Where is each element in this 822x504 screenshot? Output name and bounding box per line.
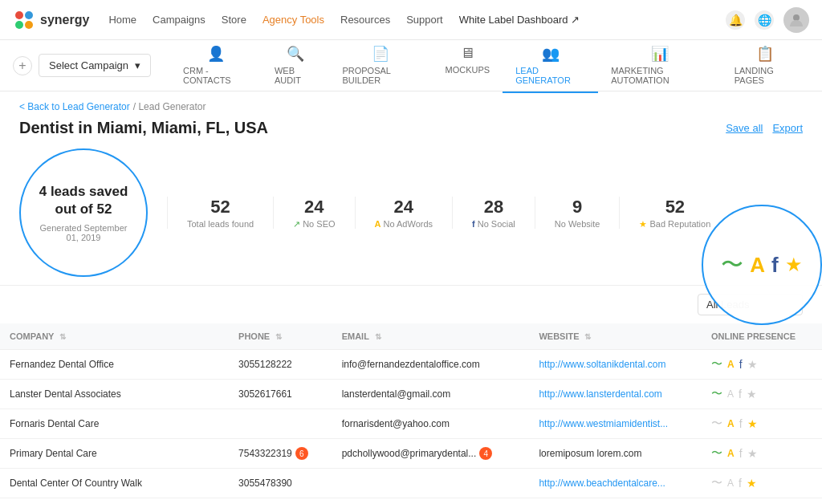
- cell-website[interactable]: loremiposum lorem.com: [529, 439, 702, 469]
- col-email: EMAIL ⇅: [332, 323, 530, 350]
- globe-icon[interactable]: 🌐: [755, 10, 774, 30]
- table-row: Fornaris Dental Carefornarisdent@yahoo.c…: [0, 409, 822, 439]
- star-presence-icon: ★: [747, 447, 758, 460]
- cell-phone: 3055478390: [229, 469, 332, 498]
- proposal-icon: 📄: [372, 45, 389, 63]
- lead-gen-icon: 👥: [542, 45, 560, 63]
- avatar[interactable]: [783, 7, 809, 33]
- cell-phone: 3056255400: [229, 498, 332, 505]
- cell-company: Lanster Dental Associates: [0, 380, 229, 409]
- facebook-presence-icon: f: [739, 477, 742, 490]
- export-button[interactable]: Export: [772, 122, 803, 134]
- tool-crm-contacts[interactable]: 👤 CRM - CONTACTS: [170, 39, 262, 93]
- leads-saved-title: 4 leads saved out of 52: [34, 183, 133, 218]
- email-badge: 4: [479, 447, 492, 460]
- cell-email: [332, 498, 530, 505]
- trend-icon-large: 〜: [721, 250, 743, 280]
- leads-table: COMPANY ⇅ PHONE ⇅ EMAIL ⇅ WEBSITE ⇅ ONLI…: [0, 323, 822, 504]
- top-nav: synergy Home Campaigns Store Agency Tool…: [0, 0, 822, 40]
- website-link[interactable]: http://www.soltanikdental.com: [539, 359, 665, 370]
- tool-marketing-automation[interactable]: 📊 MARKETING AUTOMATION: [598, 39, 722, 93]
- cell-email: pdchollywood@primarydental...4: [332, 439, 530, 469]
- cell-online-presence: 〜 A f ★: [702, 439, 822, 469]
- cell-website[interactable]: http://www.soltanikdental.com: [529, 350, 702, 380]
- save-all-button[interactable]: Save all: [726, 122, 763, 134]
- star-icon-large: ★: [785, 254, 803, 276]
- cell-email: fornarisdent@yahoo.com: [332, 409, 530, 439]
- facebook-presence-icon: f: [739, 358, 743, 371]
- facebook-presence-icon: f: [739, 388, 742, 400]
- search-title: Dentist in Miami, Miami, FL, USA: [19, 119, 268, 137]
- adwords-presence-icon: A: [727, 448, 735, 459]
- back-to-lead-generator-link[interactable]: < Back to Lead Generator: [19, 101, 130, 112]
- cell-online-presence: 〜 A f ★: [702, 498, 822, 505]
- star-presence-icon: ★: [747, 477, 757, 490]
- cell-company: American Dental Center: [0, 498, 229, 505]
- cell-website[interactable]: [529, 498, 702, 505]
- tool-proposal-builder[interactable]: 📄 PROPOSAL BUILDER: [329, 39, 432, 93]
- website-link[interactable]: http://www.beachdentalcare...: [539, 478, 665, 489]
- cell-website[interactable]: http://www.beachdentalcare...: [529, 469, 702, 498]
- breadcrumb: < Back to Lead Generator / Lead Generato…: [19, 101, 803, 112]
- landing-pages-icon: 📋: [756, 45, 774, 63]
- logo-text: synergy: [40, 13, 89, 27]
- nav-links: Home Campaigns Store Agency Tools Resour…: [108, 14, 726, 26]
- cell-company: Fornaris Dental Care: [0, 409, 229, 439]
- cell-website[interactable]: http://www.lansterdental.com: [529, 380, 702, 409]
- nav-support[interactable]: Support: [406, 14, 443, 26]
- nav-agency-tools[interactable]: Agency Tools: [262, 14, 324, 26]
- header-actions: Save all Export: [726, 122, 803, 134]
- tool-lead-generator[interactable]: 👥 LEAD GENERATOR: [503, 39, 598, 93]
- select-campaign-label: Select Campaign: [49, 59, 128, 71]
- white-label-link[interactable]: White Label Dashboard ↗: [459, 14, 580, 26]
- cell-email: [332, 469, 530, 498]
- select-campaign-dropdown[interactable]: Select Campaign ▾: [39, 54, 151, 77]
- tool-landing-pages[interactable]: 📋 LANDING PAGES: [722, 39, 809, 93]
- add-campaign-button[interactable]: +: [13, 56, 32, 75]
- marketing-icon: 📊: [651, 45, 669, 63]
- cell-company: Dental Center Of Country Walk: [0, 469, 229, 498]
- nav-home[interactable]: Home: [108, 14, 136, 26]
- table-row: American Dental Center3056255400 〜 A f ★: [0, 498, 822, 505]
- logo[interactable]: synergy: [13, 9, 89, 31]
- table-body: Fernandez Dental Office3055128222info@fe…: [0, 350, 822, 505]
- svg-point-0: [15, 11, 23, 19]
- nav-campaigns[interactable]: Campaigns: [153, 14, 206, 26]
- star-presence-icon: ★: [747, 417, 758, 430]
- notifications-icon[interactable]: 🔔: [726, 10, 745, 30]
- cell-online-presence: 〜 A f ★: [702, 350, 822, 380]
- stat-no-website: 9 No Website: [555, 197, 600, 229]
- website-link[interactable]: http://www.lansterdental.com: [539, 388, 661, 400]
- adwords-presence-icon: A: [727, 359, 735, 370]
- cell-email: lansterdental@gmail.com: [332, 380, 530, 409]
- table-row: Fernandez Dental Office3055128222info@fe…: [0, 350, 822, 380]
- stats-row: 4 leads saved out of 52 Generated Septem…: [0, 144, 822, 286]
- adwords-icon-large: A: [750, 253, 765, 278]
- crm-icon: 👤: [207, 45, 225, 63]
- svg-point-2: [15, 21, 23, 29]
- cell-online-presence: 〜 A f ★: [702, 469, 822, 498]
- facebook-icon-large: f: [771, 253, 779, 278]
- table-row: Dental Center Of Country Walk3055478390h…: [0, 469, 822, 498]
- presence-icons: 〜 A f ★: [711, 387, 812, 401]
- trend-presence-icon: 〜: [711, 446, 722, 461]
- table-row: Primary Dental Care75433223196pdchollywo…: [0, 439, 822, 469]
- cell-phone: 75433223196: [229, 439, 332, 469]
- nav-resources[interactable]: Resources: [340, 14, 390, 26]
- star-presence-icon: ★: [747, 388, 757, 400]
- tool-icons: 👤 CRM - CONTACTS 🔍 WEB AUDIT 📄 PROPOSAL …: [170, 39, 809, 93]
- filter-row: All Leads Saved Leads Unsaved Leads: [0, 286, 822, 323]
- tool-web-audit[interactable]: 🔍 WEB AUDIT: [262, 39, 329, 93]
- tool-mockups[interactable]: 🖥 MOCKUPS: [433, 39, 503, 93]
- website-link[interactable]: http://www.westmiamidentist...: [539, 418, 668, 429]
- nav-store[interactable]: Store: [222, 14, 246, 26]
- svg-point-4: [793, 14, 800, 21]
- trend-presence-icon: 〜: [711, 417, 722, 431]
- col-company: COMPANY ⇅: [0, 323, 229, 350]
- trend-presence-icon: 〜: [711, 387, 722, 401]
- cell-phone: [229, 409, 332, 439]
- table-header-row: COMPANY ⇅ PHONE ⇅ EMAIL ⇅ WEBSITE ⇅ ONLI…: [0, 323, 822, 350]
- search-title-row: Dentist in Miami, Miami, FL, USA Save al…: [19, 119, 803, 137]
- cell-website[interactable]: http://www.westmiamidentist...: [529, 409, 702, 439]
- stat-no-seo: 24 ↗ No SEO: [293, 197, 335, 230]
